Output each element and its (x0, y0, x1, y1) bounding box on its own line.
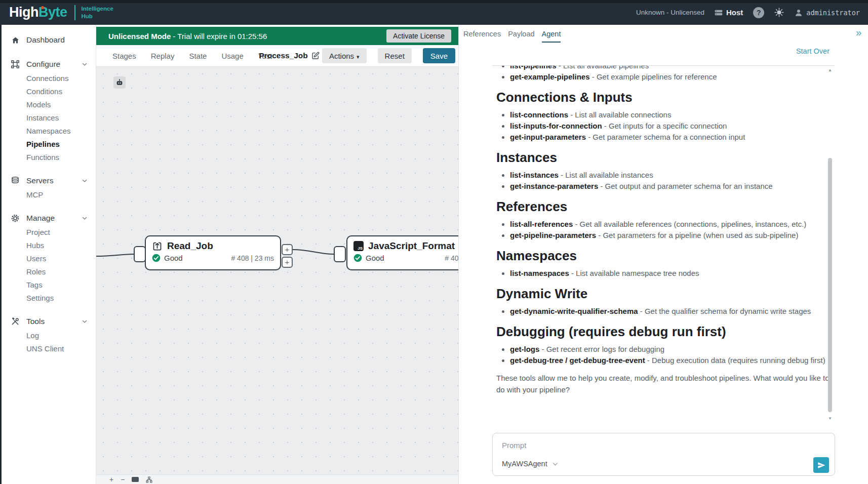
sidebar-item-connections[interactable]: Connections (0, 72, 96, 85)
panel-tab-agent[interactable]: Agent (542, 30, 561, 43)
sidebar-item-label: Dashboard (26, 35, 65, 45)
node-metrics: # 400 | 0.33 (445, 254, 458, 262)
home-icon (10, 36, 20, 45)
read-job-add-output-button-2[interactable]: + (282, 257, 293, 268)
read-job-add-output-button[interactable]: + (282, 244, 293, 255)
sidebar-item-tags[interactable]: Tags (0, 278, 96, 292)
highbyte-logo[interactable]: High Byte (9, 5, 67, 20)
node-title: JavaScript_Format (368, 240, 455, 252)
sidebar-item-models[interactable]: Models (0, 98, 96, 111)
stage-node-read-job[interactable]: Read_Job Good # 408 | 23 ms (145, 235, 281, 270)
sidebar-item-uns-client[interactable]: UNS Client (0, 342, 96, 355)
sidebar-item-configure[interactable]: Configure (0, 57, 96, 72)
tab-usage[interactable]: Usage (221, 52, 243, 60)
window-left-edge (0, 25, 2, 484)
save-button[interactable]: Save (423, 48, 455, 63)
agent-debug-chip[interactable] (113, 76, 126, 89)
tool-bullet-list-pipelines: list-pipelines - List all available pipe… (510, 66, 831, 71)
stage-node-javascript-format[interactable]: JS JavaScript_Format Good # 400 | 0.33 (346, 235, 458, 270)
actions-dropdown-button[interactable]: Actions▾ (322, 48, 367, 63)
pipeline-wires (96, 67, 458, 484)
start-over-link[interactable]: Start Over (796, 47, 830, 55)
sidebar-item-settings[interactable]: Settings (0, 292, 96, 305)
sidebar-item-mcp[interactable]: MCP (0, 188, 96, 201)
sidebar-item-servers[interactable]: Servers (0, 173, 96, 188)
host-icon (715, 9, 723, 16)
tool-bullet-get-debug-tree-get-debug-tree-event: get-debug-tree / get-debug-tree-event - … (510, 355, 831, 366)
tool-bullet-list-all-references: list-all-references - Get all available … (510, 219, 831, 230)
agent-select-dropdown[interactable]: MyAWSAgent (502, 460, 559, 468)
tool-list-intro: list-pipelines - List all available pipe… (496, 66, 831, 83)
logo-dot (41, 6, 44, 9)
javascript-format-input-port[interactable] (334, 246, 346, 262)
chevron-down-icon (82, 215, 88, 221)
sidebar-item-manage[interactable]: Manage (0, 211, 96, 226)
zoom-in-icon[interactable]: + (109, 476, 113, 483)
section-heading-dynamic-write: Dynamic Write (496, 286, 831, 302)
tab-replay[interactable]: Replay (151, 52, 175, 60)
sidebar-item-namespaces[interactable]: Namespaces (0, 125, 96, 138)
caret-down-icon: ▾ (357, 54, 360, 60)
tool-bullet-get-input-parameters: get-input-parameters - Get parameter sch… (510, 132, 831, 143)
user-icon (794, 8, 803, 17)
agent-message-body: list-pipelines - List all available pipe… (492, 66, 835, 428)
sidebar-item-instances[interactable]: Instances (0, 111, 96, 125)
node-title: Read_Job (167, 240, 213, 252)
chevron-down-icon (82, 61, 88, 67)
user-menu[interactable]: administrator (794, 8, 860, 17)
sidebar-item-dashboard[interactable]: Dashboard (0, 32, 96, 48)
sidebar-item-users[interactable]: Users (0, 252, 96, 265)
panel-tab-payload[interactable]: Payload (508, 30, 534, 43)
scrollbar-thumb[interactable] (828, 158, 832, 412)
sidebar-item-pipelines[interactable]: Pipelines (0, 138, 96, 151)
help-icon[interactable]: ? (753, 7, 764, 18)
username: administrator (806, 9, 860, 17)
panel-scrollbar[interactable]: ▲ ▼ (827, 68, 833, 423)
tab-state[interactable]: State (189, 52, 207, 60)
tool-bullet-get-logs: get-logs - Get recent error logs for deb… (510, 344, 831, 355)
section-heading-namespaces: Namespaces (496, 248, 831, 264)
edit-pipeline-name-icon[interactable] (311, 52, 320, 60)
sidebar-item-log[interactable]: Log (0, 329, 96, 342)
zoom-out-icon[interactable]: − (121, 476, 125, 483)
host-menu[interactable]: Host (715, 8, 743, 17)
sidebar-item-conditions[interactable]: Conditions (0, 85, 96, 98)
tool-bullet-get-instance-parameters: get-instance-parameters - Get output and… (510, 181, 831, 192)
section-heading-debugging-requires-debug-run-first-: Debugging (requires debug run first) (496, 324, 831, 340)
sidebar-item-roles[interactable]: Roles (0, 265, 96, 278)
activate-license-button[interactable]: Activate License (386, 29, 451, 43)
status-good-icon (353, 254, 362, 262)
server-stack-icon (10, 176, 20, 185)
snapshot-icon[interactable] (132, 477, 139, 482)
section-heading-references: References (496, 198, 831, 215)
reset-button[interactable]: Reset (378, 48, 412, 63)
sidebar-item-label: Tools (26, 317, 45, 326)
prompt-card: Prompt MyAWSAgent (492, 433, 835, 476)
scroll-down-arrow[interactable]: ▼ (827, 416, 833, 421)
theme-toggle-icon[interactable] (774, 8, 784, 17)
logo-divider (74, 5, 75, 20)
panel-tab-references[interactable]: References (463, 30, 501, 43)
agent-panel: ReferencesPayloadAgent » Start Over list… (458, 25, 868, 484)
auto-layout-icon[interactable] (146, 476, 152, 483)
prompt-label: Prompt (502, 441, 526, 450)
sidebar-nav: DashboardConfigureConnectionsConditionsM… (0, 25, 96, 484)
tab-stages[interactable]: Stages (112, 52, 136, 60)
chevron-down-icon (82, 318, 88, 325)
sidebar-item-tools[interactable]: Tools (0, 314, 96, 329)
pipeline-canvas[interactable]: Read_Job Good # 408 | 23 ms + + JS JavaS… (96, 66, 458, 484)
pipeline-name: Process_Job (259, 51, 308, 60)
collapse-panel-icon[interactable]: » (856, 27, 861, 38)
banner-title: Unlicensed Mode (108, 32, 171, 41)
tool-bullet-list-inputs-for-connection: list-inputs-for-connection - Get inputs … (510, 120, 831, 132)
sidebar-item-hubs[interactable]: Hubs (0, 239, 96, 252)
sidebar-item-project[interactable]: Project (0, 226, 96, 239)
tool-bullet-list-connections: list-connections - List all available co… (510, 109, 831, 120)
sidebar-item-functions[interactable]: Functions (0, 151, 96, 164)
robot-icon (115, 78, 124, 87)
canvas-controls: + − (96, 474, 458, 484)
tool-list: list-namespaces - List available namespa… (496, 268, 831, 279)
send-prompt-button[interactable] (813, 457, 829, 473)
read-job-input-port[interactable] (134, 246, 146, 262)
scroll-up-arrow[interactable]: ▲ (827, 68, 833, 73)
